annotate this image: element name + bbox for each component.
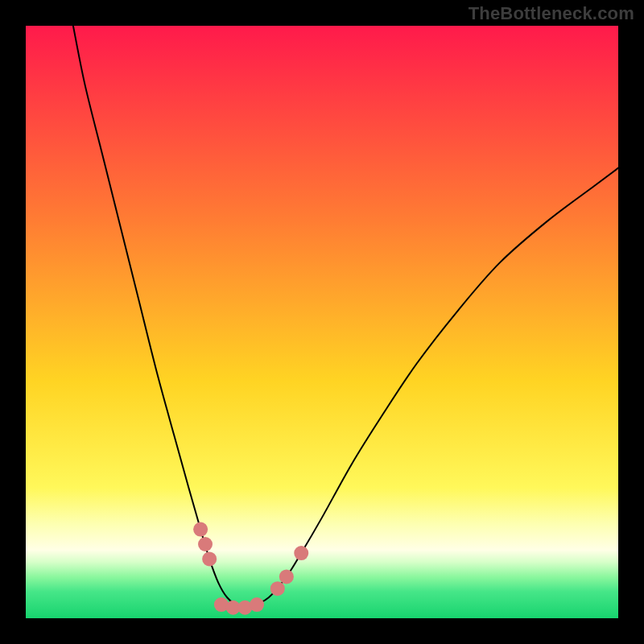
gradient-background: [26, 26, 618, 618]
highlight-dot: [250, 597, 264, 612]
highlight-dot: [202, 551, 217, 566]
chart-frame: TheBottleneck.com: [0, 0, 644, 644]
highlight-dot: [279, 569, 294, 584]
highlight-dot: [270, 581, 285, 596]
highlight-dot: [193, 522, 208, 537]
bottleneck-chart: [0, 0, 644, 644]
highlight-dot: [198, 537, 213, 551]
highlight-dot: [294, 546, 308, 560]
watermark-text: TheBottleneck.com: [469, 3, 634, 24]
